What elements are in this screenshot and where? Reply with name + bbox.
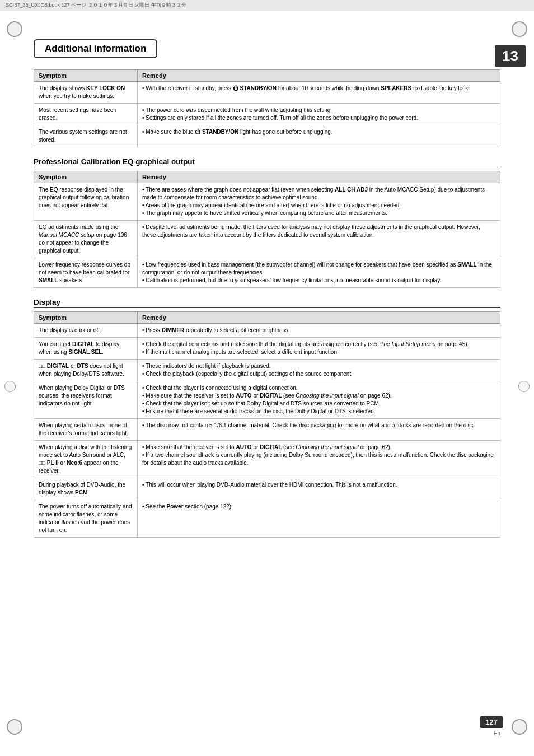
page-lang: En — [494, 730, 500, 736]
professional-calibration-table: Symptom Remedy The EQ response displayed… — [34, 171, 500, 288]
remedy-col-header: Remedy — [138, 171, 500, 183]
page-outer: SC-37_35_UXJCB.book 127 ページ ２０１０年３月９日 火曜… — [0, 0, 534, 756]
table-row: The various system settings are not stor… — [34, 125, 500, 147]
symptom-cell: The display is dark or off. — [34, 324, 138, 338]
remedy-cell: • Make sure the blue ⏻ STANDBY/ON light … — [138, 125, 500, 147]
remedy-cell: • Check that the player is connected usi… — [138, 381, 500, 419]
symptom-cell: The various system settings are not stor… — [34, 125, 138, 147]
section-title: Additional information — [34, 39, 157, 58]
symptom-cell: EQ adjustments made using the Manual MCA… — [34, 221, 138, 258]
table-row: The power turns off automatically and so… — [34, 500, 500, 538]
corner-mark-bl — [7, 719, 22, 735]
professional-calibration-title: Professional Calibration EQ graphical ou… — [34, 157, 500, 167]
remedy-cell: • See the Power section (page 122). — [138, 500, 500, 538]
remedy-cell: • There are cases where the graph does n… — [138, 183, 500, 221]
table-row: During playback of DVD-Audio, the displa… — [34, 478, 500, 500]
symptom-cell: You can't get DIGITAL to display when us… — [34, 338, 138, 360]
remedy-cell: • The disc may not contain 5.1/6.1 chann… — [138, 419, 500, 441]
file-path-text: SC-37_35_UXJCB.book 127 ページ ２０１０年３月９日 火曜… — [6, 2, 186, 8]
symptom-cell: During playback of DVD-Audio, the displa… — [34, 478, 138, 500]
symptom-cell: When playing Dolby Digital or DTS source… — [34, 381, 138, 419]
table-row: Lower frequency response curves do not s… — [34, 258, 500, 288]
remedy-cell: • Low frequencies used in bass managemen… — [138, 258, 500, 288]
corner-mark-br — [512, 719, 527, 735]
remedy-col-header: Remedy — [138, 70, 500, 82]
symptom-col-header: Symptom — [34, 312, 138, 324]
symptom-cell: When playing certain discs, none of the … — [34, 419, 138, 441]
table-row: When playing certain discs, none of the … — [34, 419, 500, 441]
symptom-col-header: Symptom — [34, 171, 138, 183]
remedy-cell: • This will occur when playing DVD-Audio… — [138, 478, 500, 500]
table-row: EQ adjustments made using the Manual MCA… — [34, 221, 500, 258]
table-row: You can't get DIGITAL to display when us… — [34, 338, 500, 360]
table-row: The display is dark or off. • Press DIMM… — [34, 324, 500, 338]
header-bar: SC-37_35_UXJCB.book 127 ページ ２０１０年３月９日 火曜… — [0, 0, 534, 11]
symptom-cell: The display shows KEY LOCK ON when you t… — [34, 82, 138, 104]
table-row: The EQ response displayed in the graphic… — [34, 183, 500, 221]
remedy-cell: • Make sure that the receiver is set to … — [138, 441, 500, 478]
symptom-cell: The EQ response displayed in the graphic… — [34, 183, 138, 221]
table-row: □□ DIGITAL or DTS does not light when pl… — [34, 360, 500, 381]
remedy-cell: • Check the digital connections and make… — [138, 338, 500, 360]
remedy-cell: • With the receiver in standby, press ⏻ … — [138, 82, 500, 104]
symptom-cell: Most recent settings have been erased. — [34, 104, 138, 125]
page-number-box: 127 — [480, 716, 503, 728]
remedy-col-header: Remedy — [138, 312, 500, 324]
table-row: Most recent settings have been erased. •… — [34, 104, 500, 125]
display-title: Display — [34, 298, 500, 308]
table-row: The display shows KEY LOCK ON when you t… — [34, 82, 500, 104]
table-row: When playing Dolby Digital or DTS source… — [34, 381, 500, 419]
display-table: Symptom Remedy The display is dark or of… — [34, 311, 500, 538]
corner-mark-tl — [7, 21, 22, 37]
symptom-cell: □□ DIGITAL or DTS does not light when pl… — [34, 360, 138, 381]
reg-mark-right — [518, 381, 530, 392]
symptom-cell: The power turns off automatically and so… — [34, 500, 138, 538]
symptom-col-header: Symptom — [34, 70, 138, 82]
remedy-cell: • These indicators do not light if playb… — [138, 360, 500, 381]
reg-mark-left — [4, 381, 16, 392]
table-row: When playing a disc with the listening m… — [34, 441, 500, 478]
symptom-cell: Lower frequency response curves do not s… — [34, 258, 138, 288]
chapter-number: 13 — [502, 48, 518, 65]
corner-mark-tr — [512, 21, 527, 37]
remedy-cell: • The power cord was disconnected from t… — [138, 104, 500, 125]
remedy-cell: • Despite level adjustments being made, … — [138, 221, 500, 258]
key-lock-table: Symptom Remedy The display shows KEY LOC… — [34, 69, 500, 147]
main-content: Additional information Symptom Remedy Th… — [0, 11, 534, 581]
symptom-cell: When playing a disc with the listening m… — [34, 441, 138, 478]
page-number: 127 — [485, 718, 498, 726]
chapter-badge: 13 — [495, 45, 526, 67]
remedy-cell: • Press DIMMER repeatedly to select a di… — [138, 324, 500, 338]
